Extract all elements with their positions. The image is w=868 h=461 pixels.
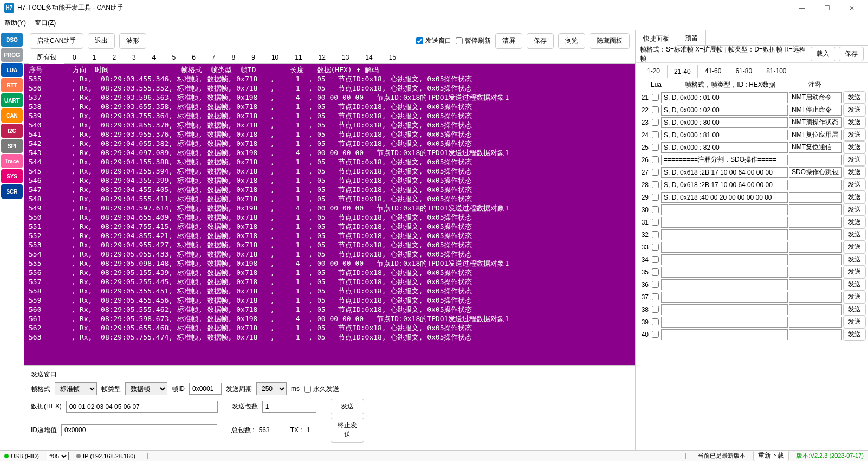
row-send-button[interactable]: 发送 — [843, 216, 866, 228]
row-check[interactable] — [652, 156, 659, 163]
row-note-input[interactable] — [789, 217, 842, 228]
row-send-button[interactable]: 发送 — [843, 104, 866, 116]
sidebar-lua[interactable]: LUA — [1, 63, 23, 77]
tab-6[interactable]: 6 — [184, 51, 204, 63]
row-data-input[interactable] — [661, 217, 788, 228]
row-data-input[interactable] — [661, 242, 788, 253]
row-send-button[interactable]: 发送 — [843, 266, 866, 278]
row-data-input[interactable] — [661, 292, 788, 303]
row-check[interactable] — [652, 331, 659, 338]
row-check[interactable] — [652, 206, 659, 213]
row-note-input[interactable] — [789, 105, 842, 116]
row-note-input[interactable] — [789, 304, 842, 315]
row-check[interactable] — [652, 219, 659, 226]
browse-button[interactable]: 浏览 — [558, 33, 585, 49]
row-data-input[interactable] — [661, 329, 788, 340]
row-send-button[interactable]: 发送 — [843, 191, 866, 203]
row-note-input[interactable] — [789, 92, 842, 103]
redownload-button[interactable]: 重新下载 — [753, 450, 789, 461]
sidebar-uart[interactable]: UART — [1, 93, 23, 107]
row-check[interactable] — [652, 244, 659, 251]
row-send-button[interactable]: 发送 — [843, 141, 866, 153]
row-check[interactable] — [652, 144, 659, 151]
row-note-input[interactable] — [789, 229, 842, 240]
row-note-input[interactable] — [789, 192, 842, 203]
row-send-button[interactable]: 发送 — [843, 178, 866, 191]
tab-0[interactable]: 0 — [64, 51, 85, 63]
row-check[interactable] — [652, 231, 659, 238]
row-data-input[interactable] — [661, 254, 788, 265]
row-data-input[interactable] — [661, 267, 788, 278]
page-tab-41-60[interactable]: 41-60 — [698, 64, 729, 78]
sidebar-rtt[interactable]: RTT — [1, 78, 23, 92]
row-send-button[interactable]: 发送 — [843, 166, 866, 178]
period-select[interactable]: 250 — [256, 382, 287, 395]
row-send-button[interactable]: 发送 — [843, 303, 866, 316]
sidebar-trace[interactable]: Trace — [1, 154, 23, 168]
row-send-button[interactable]: 发送 — [843, 116, 866, 129]
row-note-input[interactable] — [789, 155, 842, 165]
row-check[interactable] — [652, 119, 659, 126]
row-note-input[interactable] — [789, 292, 842, 303]
row-check[interactable] — [652, 268, 659, 276]
row-send-button[interactable]: 发送 — [843, 203, 866, 216]
row-check[interactable] — [652, 256, 659, 263]
row-check[interactable] — [652, 94, 659, 101]
row-check[interactable] — [652, 106, 659, 113]
menu-help[interactable]: 帮助(Y) — [4, 18, 26, 28]
row-check[interactable] — [652, 306, 659, 313]
row-send-button[interactable]: 发送 — [843, 129, 866, 141]
row-send-button[interactable]: 发送 — [843, 228, 866, 241]
tab-3[interactable]: 3 — [124, 51, 144, 63]
row-note-input[interactable] — [789, 329, 842, 340]
row-check[interactable] — [652, 169, 659, 176]
row-check[interactable] — [652, 293, 659, 300]
row-note-input[interactable] — [789, 267, 842, 278]
row-note-input[interactable] — [789, 204, 842, 215]
row-data-input[interactable] — [661, 317, 788, 328]
row-data-input[interactable] — [661, 117, 788, 128]
fmt-select[interactable]: 标准帧 — [55, 382, 97, 395]
row-note-input[interactable] — [789, 167, 842, 178]
tab-14[interactable]: 14 — [357, 51, 380, 63]
page-tab-61-80[interactable]: 61-80 — [728, 64, 759, 78]
row-data-input[interactable] — [661, 167, 788, 178]
tab-5[interactable]: 5 — [164, 51, 184, 63]
row-send-button[interactable]: 发送 — [843, 328, 866, 341]
row-check[interactable] — [652, 318, 659, 325]
row-check[interactable] — [652, 181, 659, 188]
start-can-button[interactable]: 启动CAN助手 — [30, 33, 83, 49]
row-note-input[interactable] — [789, 254, 842, 265]
row-send-button[interactable]: 发送 — [843, 278, 866, 291]
row-data-input[interactable] — [661, 180, 788, 190]
row-note-input[interactable] — [789, 242, 842, 253]
row-data-input[interactable] — [661, 304, 788, 315]
type-select[interactable]: 数据帧 — [125, 382, 167, 395]
tab-11[interactable]: 11 — [287, 51, 310, 63]
sidebar-i2c[interactable]: I2C — [1, 124, 23, 138]
sidebar-dso[interactable]: DSO — [1, 33, 23, 47]
row-data-input[interactable] — [661, 204, 788, 215]
sidebar-spi[interactable]: SPI — [1, 139, 23, 153]
tab-8[interactable]: 8 — [224, 51, 244, 63]
hide-panel-button[interactable]: 隐藏面板 — [590, 33, 630, 49]
row-send-button[interactable]: 发送 — [843, 91, 866, 104]
sidebar-prog[interactable]: PROG — [1, 48, 23, 62]
row-send-button[interactable]: 发送 — [843, 316, 866, 328]
tab-4[interactable]: 4 — [144, 51, 164, 63]
row-send-button[interactable]: 发送 — [843, 253, 866, 266]
tab-13[interactable]: 13 — [334, 51, 357, 63]
load-button[interactable]: 载入 — [811, 47, 835, 61]
menu-window[interactable]: 窗口(Z) — [35, 18, 56, 28]
row-send-button[interactable]: 发送 — [843, 153, 866, 166]
row-note-input[interactable] — [789, 142, 842, 153]
tab-15[interactable]: 15 — [381, 51, 404, 63]
row-note-input[interactable] — [789, 279, 842, 290]
stop-button[interactable]: 终止发送 — [331, 418, 364, 443]
page-tab-81-100[interactable]: 81-100 — [759, 64, 793, 78]
row-data-input[interactable] — [661, 142, 788, 153]
sidebar-scr[interactable]: SCR — [1, 184, 23, 199]
row-data-input[interactable] — [661, 229, 788, 240]
tab-7[interactable]: 7 — [204, 51, 224, 63]
minimize-button[interactable]: — — [790, 1, 814, 16]
